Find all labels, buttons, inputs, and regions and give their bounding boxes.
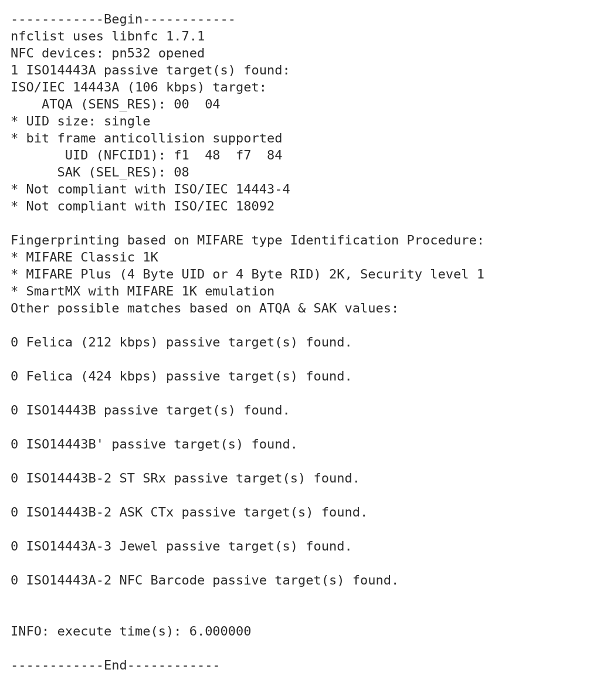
- target-protocol-header: ISO/IEC 14443A (106 kbps) target:: [11, 80, 267, 94]
- result-iso14443a3-jewel: 0 ISO14443A-3 Jewel passive target(s) fo…: [11, 539, 352, 553]
- noncompliant-14443-4: * Not compliant with ISO/IEC 14443-4: [11, 182, 290, 196]
- result-iso14443b2-srx: 0 ISO14443B-2 ST SRx passive target(s) f…: [11, 471, 360, 485]
- noncompliant-18092: * Not compliant with ISO/IEC 18092: [11, 199, 274, 213]
- result-felica-212: 0 Felica (212 kbps) passive target(s) fo…: [11, 335, 352, 349]
- result-iso14443b-prime: 0 ISO14443B' passive target(s) found.: [11, 437, 298, 451]
- terminal-output: ------------Begin------------ nfclist us…: [0, 0, 600, 674]
- other-matches-header: Other possible matches based on ATQA & S…: [11, 301, 399, 315]
- atqa-line: ATQA (SENS_RES): 00 04: [11, 97, 221, 111]
- info-execute-time: INFO: execute time(s): 6.000000: [11, 624, 252, 638]
- sak-line: SAK (SEL_RES): 08: [11, 165, 189, 179]
- uid-size-line: * UID size: single: [11, 114, 150, 128]
- result-iso14443b: 0 ISO14443B passive target(s) found.: [11, 403, 290, 417]
- fingerprint-mifare-classic: * MIFARE Classic 1K: [11, 250, 158, 264]
- targets-found-header: 1 ISO14443A passive target(s) found:: [11, 63, 290, 77]
- begin-marker: ------------Begin------------: [11, 12, 236, 26]
- fingerprint-smartmx: * SmartMX with MIFARE 1K emulation: [11, 284, 274, 298]
- libnfc-version-line: nfclist uses libnfc 1.7.1: [11, 29, 205, 43]
- end-marker: ------------End------------: [11, 658, 221, 672]
- result-iso14443a2-barcode: 0 ISO14443A-2 NFC Barcode passive target…: [11, 573, 399, 587]
- nfc-device-line: NFC devices: pn532 opened: [11, 46, 205, 60]
- uid-line: UID (NFCID1): f1 48 f7 84: [11, 148, 283, 162]
- bitframe-line: * bit frame anticollision supported: [11, 131, 283, 145]
- result-felica-424: 0 Felica (424 kbps) passive target(s) fo…: [11, 369, 352, 383]
- fingerprint-mifare-plus: * MIFARE Plus (4 Byte UID or 4 Byte RID)…: [11, 267, 484, 281]
- result-iso14443b2-ctx: 0 ISO14443B-2 ASK CTx passive target(s) …: [11, 505, 368, 519]
- fingerprint-header: Fingerprinting based on MIFARE type Iden…: [11, 233, 484, 247]
